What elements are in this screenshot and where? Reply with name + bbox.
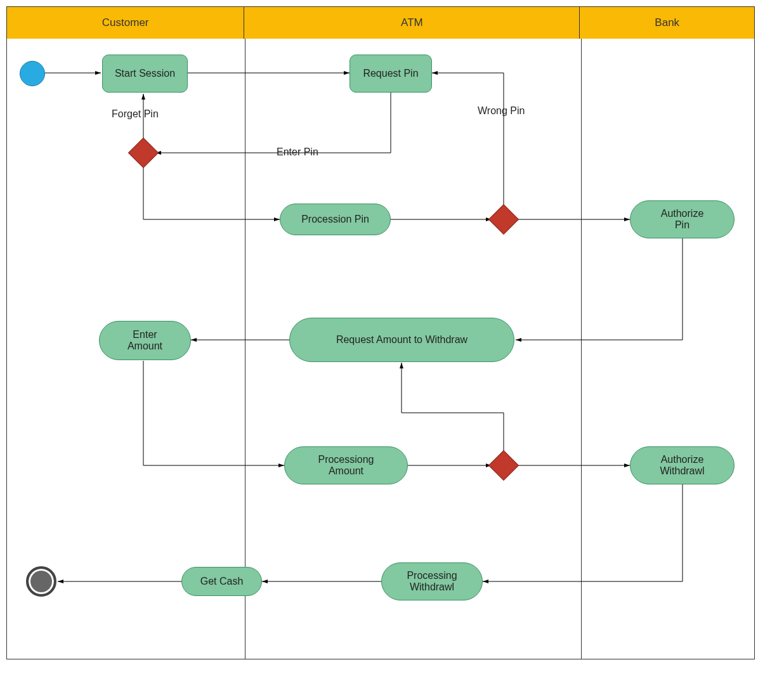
- node-processing-withdrawl: Processing Withdrawl: [381, 562, 483, 600]
- lane-header-customer: Customer: [7, 7, 244, 39]
- decision-amount-valid: [488, 450, 519, 481]
- node-request-pin: Request Pin: [350, 55, 432, 93]
- swimlane-header: Customer ATM Bank: [7, 7, 754, 39]
- lane-header-bank: Bank: [580, 7, 754, 39]
- lane-header-atm: ATM: [244, 7, 580, 39]
- end-node-icon: [26, 566, 56, 597]
- swimlane-diagram: Customer ATM Bank: [6, 6, 755, 659]
- lane-divider-2: [581, 39, 582, 659]
- node-enter-amount: Enter Amount: [99, 321, 191, 360]
- node-procession-pin: Procession Pin: [280, 204, 391, 235]
- node-processing-amount: Processiong Amount: [284, 446, 408, 484]
- node-request-amount: Request Amount to Withdraw: [289, 318, 514, 362]
- edge-label-enter-pin: Enter Pin: [277, 146, 318, 158]
- start-node-icon: [20, 61, 45, 86]
- decision-pin-entry: [128, 138, 159, 168]
- node-get-cash: Get Cash: [181, 567, 262, 596]
- edge-label-forget-pin: Forget Pin: [112, 108, 159, 120]
- node-authorize-pin: Authorize Pin: [630, 200, 735, 238]
- edge-label-wrong-pin: Wrong Pin: [478, 105, 525, 117]
- decision-pin-valid: [488, 204, 519, 235]
- node-start-session: Start Session: [102, 55, 188, 93]
- lane-divider-1: [245, 39, 245, 659]
- node-authorize-withdrawl: Authorize Withdrawl: [630, 446, 735, 484]
